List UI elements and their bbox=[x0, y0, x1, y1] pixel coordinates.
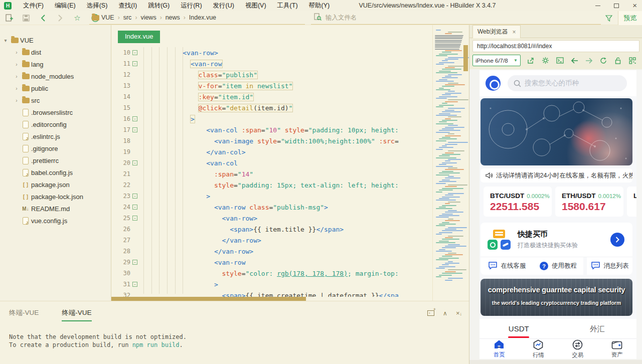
horizontal-scrollbar[interactable] bbox=[111, 297, 432, 301]
tree-item[interactable]: [ ]package.json bbox=[0, 178, 111, 191]
coin-search-input[interactable]: 搜索您关心的币种 bbox=[508, 75, 627, 91]
save-icon[interactable] bbox=[21, 13, 31, 23]
code-line[interactable]: 29-<van-row bbox=[111, 257, 432, 268]
new-terminal-icon[interactable]: › bbox=[427, 310, 434, 316]
tree-item[interactable]: .prettierrc bbox=[0, 154, 111, 166]
menu-item[interactable]: 视图(V) bbox=[240, 0, 272, 11]
code-line[interactable]: 28</van-row> bbox=[111, 246, 432, 257]
tree-item[interactable]: ›dist bbox=[0, 46, 111, 58]
security-banner-image[interactable]: comprehensive guarntee capital security … bbox=[480, 279, 632, 316]
forward-icon[interactable] bbox=[55, 13, 65, 23]
caret-right-icon[interactable]: › bbox=[13, 74, 20, 79]
menu-item[interactable]: 运行(R) bbox=[175, 0, 207, 11]
code-line[interactable]: 16-> bbox=[111, 113, 432, 124]
code-line[interactable]: 14:key="item.id" bbox=[111, 91, 432, 102]
tree-item[interactable]: .browserslistrc bbox=[0, 106, 111, 118]
menu-item[interactable]: 编辑(E) bbox=[49, 0, 81, 11]
code-line[interactable]: 32<span>{{ item.createtime | dateformat … bbox=[111, 290, 432, 297]
fold-icon[interactable]: - bbox=[132, 127, 143, 132]
code-line[interactable]: 26<span>{{ item.title }}</span> bbox=[111, 224, 432, 235]
code-line[interactable]: 12class="publish" bbox=[111, 69, 432, 80]
browser-tab[interactable]: Web浏览器 × bbox=[472, 25, 521, 38]
fold-icon[interactable]: - bbox=[132, 282, 143, 287]
code-line[interactable]: 13v-for="item in newslist" bbox=[111, 80, 432, 91]
menu-item[interactable]: 选择(S) bbox=[81, 0, 113, 11]
code-line[interactable]: 10-<van-row> bbox=[111, 47, 432, 58]
code-line[interactable]: 11-<van-row bbox=[111, 58, 432, 69]
menu-item[interactable]: 帮助(Y) bbox=[303, 0, 336, 11]
caret-down-icon[interactable]: ▾ bbox=[2, 38, 9, 43]
code-line[interactable]: 17-<van-col :span="10" style="padding: 1… bbox=[111, 124, 432, 135]
tree-item[interactable]: babel.config.js bbox=[0, 166, 111, 178]
caret-right-icon[interactable]: › bbox=[13, 50, 20, 55]
filter-icon[interactable] bbox=[604, 13, 614, 23]
fold-icon[interactable]: - bbox=[132, 61, 143, 66]
console-icon[interactable] bbox=[556, 57, 564, 65]
breadcrumb-item[interactable]: Index.vue bbox=[189, 14, 216, 21]
tree-item[interactable]: ›node_modules bbox=[0, 70, 111, 82]
code-line[interactable]: 30style="color: rgb(178, 178, 178); marg… bbox=[111, 268, 432, 279]
code-line[interactable]: 25-<van-row> bbox=[111, 213, 432, 224]
browser-tab-close-icon[interactable]: × bbox=[512, 29, 516, 36]
breadcrumb-item[interactable]: views bbox=[140, 14, 156, 21]
code-line[interactable]: 24-<van-row class="publish-msg"> bbox=[111, 202, 432, 213]
tree-item[interactable]: ›public bbox=[0, 82, 111, 94]
collapse-panel-icon[interactable]: ∧ bbox=[443, 310, 447, 317]
menu-item[interactable]: 查找(I) bbox=[113, 0, 142, 11]
unlock-icon[interactable] bbox=[614, 57, 622, 65]
preview-button[interactable]: 预览 bbox=[618, 11, 642, 25]
settings-icon[interactable] bbox=[541, 57, 549, 65]
ticker-card[interactable]: BTC/USDT0.0002%22511.585 bbox=[484, 187, 552, 217]
breadcrumb-item[interactable]: VUE bbox=[101, 14, 114, 21]
browser-horizontal-scrollbar[interactable] bbox=[469, 360, 642, 364]
fold-icon[interactable]: - bbox=[132, 260, 143, 265]
nav-item-trade[interactable]: 交易 bbox=[558, 339, 597, 359]
market-tab-外汇[interactable]: 外汇 bbox=[558, 319, 637, 338]
fold-icon[interactable]: - bbox=[132, 116, 143, 121]
menu-item[interactable]: 工具(T) bbox=[272, 0, 303, 11]
menu-item[interactable]: 跳转(G) bbox=[142, 0, 175, 11]
tree-item[interactable]: vue.config.js bbox=[0, 215, 111, 227]
minimap-scroll-thumb[interactable] bbox=[463, 45, 468, 71]
open-external-icon[interactable] bbox=[527, 57, 535, 65]
code-line[interactable]: 21:span="14" bbox=[111, 168, 432, 179]
code-line[interactable]: 23-> bbox=[111, 191, 432, 202]
code-line[interactable]: 20-<van-col bbox=[111, 157, 432, 168]
ticker-card[interactable]: ETH/USDT0.0012%1580.617 bbox=[555, 187, 623, 217]
hero-banner-image[interactable] bbox=[480, 98, 632, 165]
nav-item-home[interactable]: 首页 bbox=[479, 339, 519, 359]
nav-item-market[interactable]: 行情 bbox=[519, 339, 558, 359]
tree-item[interactable]: ›lang bbox=[0, 58, 111, 70]
caret-right-icon[interactable]: › bbox=[13, 62, 20, 67]
fold-icon[interactable]: - bbox=[132, 50, 143, 55]
tree-item[interactable]: .editorconfig bbox=[0, 118, 111, 130]
minimize-icon[interactable] bbox=[595, 6, 600, 6]
code-line[interactable]: 19</van-col> bbox=[111, 146, 432, 157]
tree-item[interactable]: .gitignore bbox=[0, 142, 111, 154]
quick-buy-card[interactable]: 快捷买币 打造极速快捷购买体验 在线客服?使用教程消息列表 bbox=[480, 223, 632, 275]
code-line[interactable]: 27</van-row> bbox=[111, 235, 432, 246]
editor-tab-indexvue[interactable]: Index.vue bbox=[118, 31, 160, 43]
fold-icon[interactable]: - bbox=[132, 205, 143, 210]
code-line[interactable]: 31-> bbox=[111, 279, 432, 290]
new-file-icon[interactable] bbox=[4, 13, 14, 23]
market-tab-USDT[interactable]: USDT bbox=[479, 319, 558, 338]
tree-item-root[interactable]: ▾VUE bbox=[0, 34, 111, 46]
device-selector[interactable]: iPhone 6/7/8 ▼ bbox=[472, 55, 521, 66]
tree-item[interactable]: ›src bbox=[0, 94, 111, 106]
refresh-icon[interactable] bbox=[599, 57, 607, 65]
tree-item[interactable]: .eslintrc.js bbox=[0, 130, 111, 142]
app-logo-icon[interactable] bbox=[486, 76, 501, 91]
terminal-tab[interactable]: 终端-VUE bbox=[9, 308, 39, 321]
forward-icon[interactable] bbox=[585, 57, 593, 65]
nav-item-assets[interactable]: 资产 bbox=[597, 339, 636, 359]
tree-item[interactable]: [ ]package-lock.json bbox=[0, 191, 111, 203]
breadcrumb-item[interactable]: news bbox=[166, 14, 180, 21]
tree-item[interactable]: M↓README.md bbox=[0, 203, 111, 215]
notice-bar[interactable]: 活动详情请咨询24小时在线客服，名额有限，火热进行中 bbox=[480, 168, 632, 183]
code-line[interactable]: 18<van-image style="width:100%;height:10… bbox=[111, 135, 432, 146]
quick-link-2[interactable]: ?使用教程 bbox=[533, 262, 583, 270]
quick-link-1[interactable]: 在线客服 bbox=[480, 261, 533, 271]
close-icon[interactable]: × bbox=[632, 3, 637, 8]
fold-icon[interactable]: - bbox=[132, 216, 143, 221]
